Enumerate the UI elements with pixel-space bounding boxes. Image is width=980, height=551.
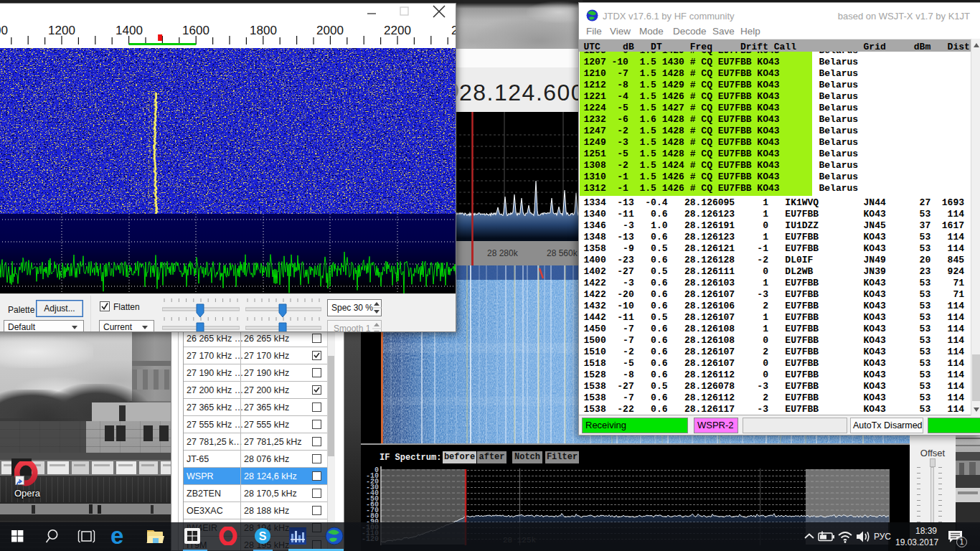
svg-text:S: S — [259, 530, 267, 542]
